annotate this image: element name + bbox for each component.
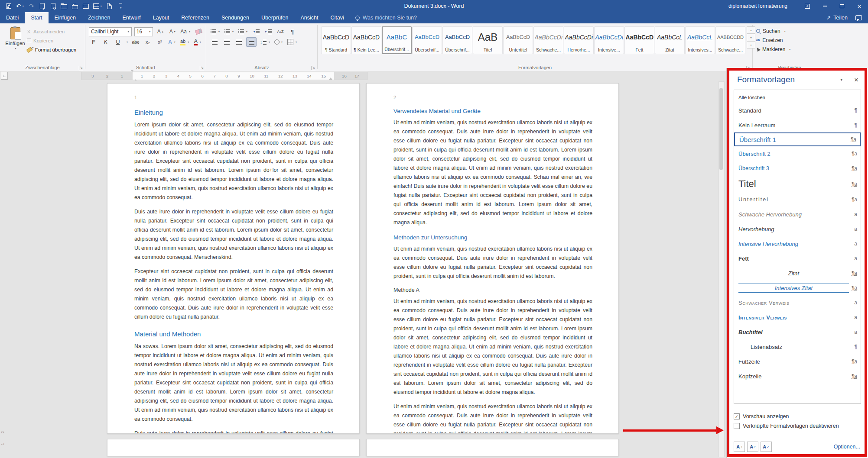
- tab-selector[interactable]: ∟: [1, 72, 8, 80]
- account-name[interactable]: diplomarbeit formatierung: [728, 3, 787, 9]
- horizontal-ruler[interactable]: 3 2 1 1 2 3 4 5 6 7 8 9 10 11 12 13 14 1…: [81, 72, 367, 80]
- subscript-button[interactable]: x₂: [143, 38, 153, 46]
- restore-button[interactable]: [833, 0, 851, 12]
- style-item-standard[interactable]: Standard¶: [734, 103, 861, 118]
- change-case-button[interactable]: Aa▼: [180, 27, 191, 36]
- new-style-button[interactable]: A+: [734, 442, 745, 452]
- paragraph-dialog-launcher[interactable]: ↘: [311, 66, 315, 70]
- borders-dropdown-icon[interactable]: ▼: [295, 41, 297, 43]
- comments-icon[interactable]: [855, 15, 862, 20]
- close-button[interactable]: ×: [851, 0, 868, 12]
- line-spacing-button[interactable]: ↕▼: [259, 38, 271, 46]
- show-preview-checkbox[interactable]: ✓Vorschau anzeigen: [734, 412, 861, 421]
- style-tile-zitat[interactable]: AaBbCcLZitat: [655, 26, 685, 54]
- style-inspector-button[interactable]: A⌕: [747, 442, 758, 452]
- insert-table-button[interactable]: ▼: [93, 2, 102, 10]
- style-tile-ueberschrift3[interactable]: AaBbCcDÜberschrif...: [442, 26, 472, 54]
- style-item-listenabsatz[interactable]: Listenabsatz¶: [734, 339, 861, 354]
- options-link[interactable]: Optionen...: [834, 444, 860, 450]
- bullet-dropdown-icon[interactable]: ▼: [218, 30, 220, 33]
- numbered-dropdown-icon[interactable]: ▼: [232, 30, 234, 33]
- multilevel-list-button[interactable]: ▼: [237, 27, 249, 36]
- tab-zeichnen[interactable]: Zeichnen: [82, 12, 116, 23]
- shrink-font-button[interactable]: A▼: [168, 27, 177, 36]
- style-tile-ueberschrift1[interactable]: AaBbCÜberschrif...: [382, 26, 412, 54]
- numbered-list-button[interactable]: ▼: [224, 27, 235, 36]
- font-size-dropdown-icon[interactable]: ▼: [149, 30, 151, 33]
- shading-dropdown-icon[interactable]: ▼: [281, 41, 283, 43]
- change-case-dropdown-icon[interactable]: ▼: [189, 30, 191, 33]
- window-view-button[interactable]: [82, 2, 89, 10]
- undo-dropdown-icon[interactable]: ▼: [22, 5, 24, 7]
- open-button[interactable]: [61, 2, 68, 10]
- paste-dropdown-icon[interactable]: ▼: [15, 47, 17, 50]
- tab-datei[interactable]: Datei: [0, 12, 25, 23]
- edit-document-button[interactable]: [39, 2, 46, 10]
- heading-material-und-methoden[interactable]: Material und Methoden: [134, 330, 333, 338]
- style-tile-titel[interactable]: AaBTitel: [473, 26, 503, 54]
- style-item-ueberschrift3[interactable]: Überschrift 3¶a: [734, 161, 861, 176]
- increase-indent-button[interactable]: ►: [263, 27, 273, 36]
- paragraph[interactable]: Duis aute irure dolor in reprehenderit i…: [134, 429, 333, 434]
- font-name-combo[interactable]: Calibri Light▼: [89, 27, 132, 36]
- tab-ueberpruefen[interactable]: Überprüfen: [255, 12, 295, 23]
- style-tile-untertitel[interactable]: AaBbCcDUntertitel: [503, 26, 533, 54]
- paragraph[interactable]: Lorem ipsum dolor sit amet, consectetur …: [134, 120, 333, 202]
- save-icon[interactable]: [5, 2, 12, 10]
- replace-button[interactable]: abErsetzen: [756, 35, 824, 45]
- underline-dropdown-icon[interactable]: ▼: [126, 41, 128, 43]
- italic-button[interactable]: K: [101, 38, 111, 46]
- heading-methode-a[interactable]: Methode A: [393, 287, 592, 293]
- tab-referenzen[interactable]: Referenzen: [175, 12, 215, 23]
- multilevel-dropdown-icon[interactable]: ▼: [246, 30, 248, 33]
- select-button[interactable]: Markieren▼: [756, 45, 824, 54]
- sort-button[interactable]: A↓Z: [276, 27, 285, 36]
- style-item-schwacher-verweis[interactable]: Schwacher Verweisa: [734, 295, 861, 310]
- style-tile-intensives-zitat[interactable]: AaBbCcLIntensives...: [685, 26, 715, 54]
- minimize-button[interactable]: [816, 0, 833, 12]
- customize-qat-button[interactable]: ▼: [117, 2, 124, 10]
- tell-me-box[interactable]: Was möchten Sie tun?: [350, 12, 422, 23]
- style-item-ueberschrift1[interactable]: Überschrift 1¶a: [734, 132, 861, 146]
- font-color-dropdown-icon[interactable]: ▼: [199, 41, 202, 43]
- document-scrollbar[interactable]: [718, 81, 725, 457]
- font-dialog-launcher[interactable]: ↘: [200, 66, 204, 70]
- format-painter-button[interactable]: Format übertragen: [27, 46, 76, 54]
- clipboard-dialog-launcher[interactable]: ↘: [79, 66, 83, 70]
- clear-formatting-button[interactable]: [194, 27, 203, 36]
- shading-button[interactable]: ▼: [274, 38, 284, 46]
- document-page-3[interactable]: [107, 439, 360, 456]
- style-item-buchtitel[interactable]: Buchtitela: [734, 325, 861, 339]
- paragraph[interactable]: Ut enim ad minim veniam, quis nostrud ex…: [393, 118, 592, 227]
- align-left-button[interactable]: [210, 38, 219, 46]
- style-item-fusszeile[interactable]: Fußzeile¶a: [734, 354, 861, 369]
- style-item-ueberschrift2[interactable]: Überschrift 2¶a: [734, 146, 861, 161]
- font-color-button[interactable]: A▼: [193, 38, 202, 46]
- style-item-intensives-zitat[interactable]: Intensives Zitat¶a: [734, 281, 861, 295]
- paragraph[interactable]: Na sowas. Lorem ipsum dolor sit amet, co…: [134, 342, 333, 424]
- tab-layout[interactable]: Layout: [147, 12, 176, 23]
- tab-ansicht[interactable]: Ansicht: [294, 12, 324, 23]
- highlight-button[interactable]: ab▼: [179, 38, 190, 46]
- style-item-schwache-hervorhebung[interactable]: Schwache Hervorhebunga: [734, 207, 861, 222]
- print-preview-button[interactable]: [50, 2, 57, 10]
- borders-button[interactable]: ▼: [286, 38, 298, 46]
- strikethrough-button[interactable]: abc: [131, 38, 140, 46]
- table-dropdown-icon[interactable]: ▼: [100, 5, 102, 7]
- style-tile-schwache-hervorhebung[interactable]: AaBbCcDiSchwache...: [533, 26, 563, 54]
- document-page-2[interactable]: 2 Verwendetes Material und Geräte Ut eni…: [366, 83, 619, 434]
- heading-methoden-zur-untersuchung[interactable]: Methoden zur Untersuchung: [393, 234, 592, 241]
- style-item-titel[interactable]: Titel¶a: [734, 176, 861, 192]
- find-dropdown-icon[interactable]: ▼: [784, 30, 786, 32]
- clear-all-item[interactable]: Alle löschen: [734, 92, 861, 103]
- style-tile-intensive-hervorhebung[interactable]: AaBbCcDiIntensive...: [594, 26, 624, 54]
- style-tile-fett[interactable]: AaBbCcDcFett: [624, 26, 654, 54]
- style-item-hervorhebung[interactable]: Hervorhebunga: [734, 222, 861, 236]
- share-button[interactable]: ↗Teilen: [826, 15, 848, 21]
- style-tile-kein-leerraum[interactable]: AaBbCcD¶ Kein Lee...: [351, 26, 381, 54]
- style-item-untertitel[interactable]: Untertitel¶a: [734, 192, 861, 207]
- style-item-intensive-hervorhebung[interactable]: Intensive Hervorhebunga: [734, 236, 861, 251]
- heading-verwendetes-material[interactable]: Verwendetes Material und Geräte: [393, 108, 592, 114]
- style-item-intensiver-verweis[interactable]: Intensiver Verweisa: [734, 310, 861, 325]
- underline-button[interactable]: U: [113, 38, 123, 46]
